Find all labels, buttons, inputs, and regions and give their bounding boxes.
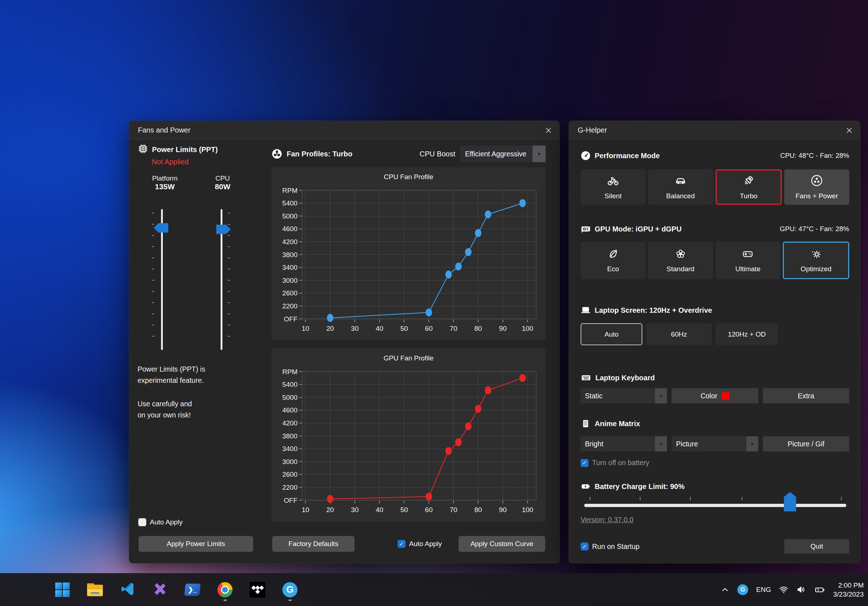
flower-icon: [674, 248, 687, 262]
windows-logo-icon: [55, 583, 70, 597]
platform-value: 135W: [146, 182, 184, 191]
power-auto-apply-row: Auto Apply: [138, 518, 183, 526]
svg-text:40: 40: [375, 325, 383, 332]
platform-slider-thumb[interactable]: [154, 223, 168, 232]
ultimate-mode-button[interactable]: Ultimate: [716, 242, 781, 279]
slider-tick: [690, 497, 691, 500]
keyboard-icon: [581, 372, 591, 383]
wifi-icon[interactable]: [779, 585, 789, 594]
chip-icon: [138, 143, 149, 156]
fan-profiles-title: Fan Profiles: Turbo: [287, 150, 352, 158]
version-row: Version: 0.37.0.0: [581, 516, 849, 524]
svg-text:5400: 5400: [282, 381, 298, 388]
file-explorer-button[interactable]: [87, 579, 103, 600]
screen-120hz-od-button[interactable]: 120Hz + OD: [716, 323, 778, 345]
svg-text:10: 10: [301, 506, 309, 513]
svg-text:70: 70: [450, 325, 457, 332]
svg-text:60: 60: [425, 506, 432, 513]
chevron-up-icon[interactable]: [721, 586, 729, 594]
taskbar-icons: ❯_ G: [54, 573, 298, 606]
gauge-icon: [581, 150, 591, 161]
svg-text:50: 50: [400, 325, 408, 332]
chevron-down-icon[interactable]: ▼: [533, 146, 546, 162]
battery-charging-icon[interactable]: [814, 584, 825, 595]
visual-studio-button[interactable]: [152, 579, 168, 600]
silent-mode-button[interactable]: Silent: [581, 169, 646, 205]
close-icon[interactable]: [842, 124, 856, 137]
power-limits-title: Power Limits (PPT): [152, 146, 218, 154]
laptop-icon: [581, 305, 591, 315]
vscode-icon: [120, 581, 135, 598]
gpu-fan-curve-chart[interactable]: OFF220026003000340038004200460050005400R…: [271, 349, 546, 521]
balanced-mode-button[interactable]: Balanced: [648, 169, 713, 205]
slider-tick: [841, 497, 842, 500]
fans-window-titlebar[interactable]: Fans and Power: [129, 121, 559, 140]
chevron-down-icon[interactable]: ▼: [655, 388, 667, 403]
close-icon[interactable]: [541, 124, 556, 137]
slider-tick: [590, 497, 591, 500]
optimized-mode-button[interactable]: Optimized: [783, 242, 849, 279]
tidal-button[interactable]: [250, 579, 265, 600]
volume-icon[interactable]: [797, 585, 806, 594]
ghelper-tray-icon[interactable]: G: [737, 584, 748, 595]
matrix-mode-select[interactable]: Picture ▼: [671, 436, 758, 451]
turn-off-on-battery-checkbox[interactable]: [581, 459, 589, 467]
ghelper-icon: G: [282, 582, 298, 597]
chevron-down-icon[interactable]: ▼: [655, 436, 667, 451]
svg-text:70: 70: [450, 506, 457, 513]
clock[interactable]: 2:00 PM 3/23/2023: [833, 581, 864, 599]
matrix-picture-gif-button[interactable]: Picture / Gif: [763, 436, 849, 451]
screen-60hz-button[interactable]: 60Hz: [646, 323, 711, 345]
cpu-fan-curve-chart[interactable]: OFF220026003000340038004200460050005400R…: [271, 167, 546, 340]
laptop-keyboard-header: Laptop Keyboard: [581, 372, 849, 383]
standard-mode-button[interactable]: Standard: [648, 242, 713, 279]
slider-tick: [742, 497, 742, 500]
svg-text:3800: 3800: [282, 432, 298, 440]
battery-slider: [581, 504, 849, 508]
power-auto-apply-checkbox[interactable]: [138, 518, 146, 526]
factory-defaults-button[interactable]: Factory Defaults: [272, 536, 355, 552]
svg-text:4600: 4600: [282, 406, 298, 414]
svg-text:90: 90: [499, 325, 507, 332]
svg-text:10: 10: [301, 325, 309, 332]
vscode-button[interactable]: [119, 579, 135, 600]
run-on-startup-checkbox[interactable]: [581, 542, 589, 550]
curve-auto-apply-row: Auto Apply: [398, 540, 442, 548]
keyboard-mode-select[interactable]: Static ▼: [581, 388, 667, 403]
quit-button[interactable]: Quit: [784, 539, 849, 553]
svg-text:RPM: RPM: [282, 187, 298, 194]
ghelper-titlebar[interactable]: G-Helper: [569, 121, 860, 140]
fans-power-button[interactable]: Fans + Power: [784, 169, 849, 205]
chrome-button[interactable]: [217, 579, 233, 600]
cpu-boost-select[interactable]: Efficient Aggressive ▼: [460, 146, 546, 162]
keyboard-extra-button[interactable]: Extra: [763, 388, 849, 403]
power-limits-warning: Power Limits (PPT) is experimental featu…: [138, 364, 205, 421]
svg-text:80: 80: [474, 506, 482, 513]
cpu-slider-label: CPU 80W: [204, 174, 242, 191]
start-button[interactable]: [54, 579, 70, 600]
svg-text:3000: 3000: [282, 458, 298, 465]
version-link[interactable]: Version: 0.37.0.0: [581, 516, 633, 524]
curve-auto-apply-checkbox[interactable]: [398, 540, 406, 548]
powershell-button[interactable]: ❯_: [184, 579, 200, 600]
cpu-boost-label: CPU Boost: [420, 150, 455, 158]
battery-slider-thumb[interactable]: [784, 492, 796, 511]
battery-slider-track[interactable]: [584, 504, 846, 507]
gpu-mode-title: GPU Mode: iGPU + dGPU: [595, 225, 682, 233]
apply-power-limits-button[interactable]: Apply Power Limits: [139, 536, 253, 552]
turbo-mode-button[interactable]: Turbo: [716, 169, 782, 205]
svg-text:2200: 2200: [282, 484, 298, 491]
svg-text:RPM: RPM: [282, 368, 298, 376]
rocket-icon: [742, 174, 755, 189]
platform-slider-ticks: [152, 213, 154, 347]
matrix-controls-row: Bright ▼ Picture ▼ Picture / Gif: [581, 436, 849, 451]
matrix-brightness-select[interactable]: Bright ▼: [581, 436, 667, 451]
apply-custom-curve-button[interactable]: Apply Custom Curve: [459, 536, 545, 552]
screen-auto-button[interactable]: Auto: [581, 323, 642, 345]
language-indicator[interactable]: ENG: [756, 586, 771, 594]
eco-mode-button[interactable]: Eco: [581, 242, 646, 279]
keyboard-color-button[interactable]: Color: [671, 388, 758, 403]
gear-sparkle-icon: [810, 248, 822, 262]
ghelper-taskbar-button[interactable]: G: [282, 579, 298, 600]
chevron-down-icon[interactable]: ▼: [746, 436, 758, 451]
